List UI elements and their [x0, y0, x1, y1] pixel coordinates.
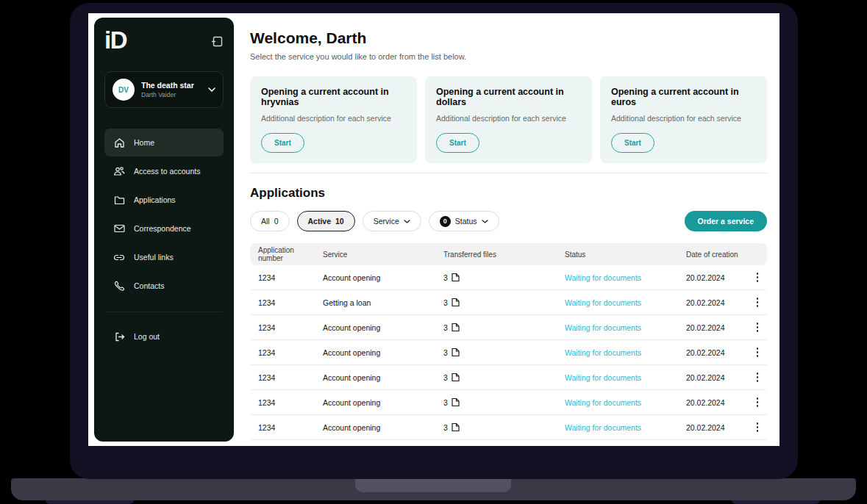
sidebar-item-label: Applications — [134, 195, 176, 204]
row-menu-kebab-icon[interactable] — [754, 345, 762, 360]
row-menu-kebab-icon[interactable] — [754, 420, 762, 435]
app-screen: iD DV The death star Darth Vaider — [88, 13, 779, 446]
laptop-foot-left — [46, 500, 134, 504]
applications-title: Applications — [250, 186, 767, 201]
folder-icon — [113, 194, 125, 206]
creation-date: 20.02.2024 — [678, 323, 749, 332]
column-header: Service — [315, 251, 435, 259]
sidebar-collapse-icon[interactable] — [211, 35, 224, 48]
sidebar-item-label: Correspondence — [134, 224, 191, 233]
status-badge: Waiting for documents — [557, 348, 678, 357]
files-count: 3 — [443, 323, 448, 332]
filter-status-dropdown[interactable]: 0 Status — [429, 211, 499, 231]
page-title: Welcome, Darth — [250, 29, 767, 47]
filter-all[interactable]: All 0 — [250, 211, 290, 231]
start-button[interactable]: Start — [261, 133, 304, 153]
row-menu-kebab-icon[interactable] — [754, 320, 762, 335]
table-row[interactable]: 1234 Getting a loan 3 Waiting for docume… — [250, 290, 767, 315]
service-card-description: Additional description for each service — [436, 114, 581, 123]
sidebar-item-label: Access to accounts — [134, 167, 200, 176]
service-name: Account opening — [315, 348, 435, 357]
file-icon — [452, 348, 460, 357]
files-count: 3 — [443, 373, 448, 382]
filter-service-dropdown[interactable]: Service — [363, 211, 421, 231]
table-body: 1234 Account opening 3 Waiting for docum… — [250, 265, 767, 446]
sidebar-item[interactable]: Access to accounts — [104, 157, 224, 185]
order-a-service-button[interactable]: Order a service — [685, 211, 767, 231]
service-card-title: Opening a current account in hryvnias — [261, 87, 406, 107]
avatar: DV — [113, 79, 135, 101]
section-divider — [250, 173, 767, 173]
chevron-down-icon — [404, 220, 410, 223]
table-row[interactable]: 1234 Account opening 3 Waiting for docum… — [250, 390, 767, 415]
mail-icon — [113, 223, 125, 234]
file-icon — [452, 298, 460, 307]
row-menu-kebab-icon[interactable] — [754, 444, 762, 446]
sidebar-item[interactable]: Correspondence — [104, 215, 224, 242]
file-icon — [452, 372, 460, 382]
service-card: Opening a current account in hryvnias Ad… — [250, 76, 417, 163]
application-number: 1234 — [250, 298, 315, 307]
start-button[interactable]: Start — [611, 133, 654, 153]
sidebar-item-label: Contacts — [134, 281, 164, 290]
table-row[interactable]: 1234 Account opening 3 Waiting for docum… — [250, 340, 767, 365]
logout-button[interactable]: Log out — [104, 324, 224, 349]
table-row[interactable]: 1234 Account opening 3 Waiting for docum… — [250, 440, 767, 446]
status-badge: Waiting for documents — [557, 373, 678, 382]
files-count: 3 — [443, 273, 448, 282]
main-content: Welcome, Darth Select the service you wo… — [250, 13, 767, 446]
column-header: Transferred files — [435, 251, 557, 259]
filter-all-count: 0 — [274, 217, 279, 226]
application-number: 1234 — [250, 423, 315, 432]
file-icon — [452, 397, 460, 407]
service-card: Opening a current account in euros Addit… — [600, 76, 767, 163]
filter-active[interactable]: Active 10 — [297, 211, 355, 231]
start-button[interactable]: Start — [436, 133, 479, 153]
table-row[interactable]: 1234 Account opening 3 Waiting for docum… — [250, 415, 767, 440]
column-header: Date of creation — [678, 251, 749, 259]
file-icon — [452, 422, 460, 432]
status-count-badge: 0 — [440, 216, 451, 227]
service-cards: Opening a current account in hryvnias Ad… — [250, 76, 767, 163]
service-card-title: Opening a current account in euros — [611, 87, 756, 107]
creation-date: 20.02.2024 — [678, 398, 749, 407]
sidebar-item[interactable]: Useful links — [104, 243, 224, 271]
sidebar-nav: Home Access to accounts Applications Cor… — [104, 129, 224, 300]
service-card: Opening a current account in dollars Add… — [425, 76, 592, 163]
row-menu-kebab-icon[interactable] — [754, 395, 762, 410]
app-logo: iD — [104, 28, 126, 52]
sidebar-divider — [106, 312, 222, 312]
creation-date: 20.02.2024 — [678, 273, 749, 282]
status-badge: Waiting for documents — [557, 323, 678, 332]
table-row[interactable]: 1234 Account opening 3 Waiting for docum… — [250, 315, 767, 340]
files-count: 3 — [443, 398, 448, 407]
sidebar-item[interactable]: Home — [104, 129, 224, 156]
logout-label: Log out — [134, 332, 160, 341]
account-name: The death star — [141, 81, 194, 90]
creation-date: 20.02.2024 — [678, 348, 749, 357]
sidebar-item[interactable]: Contacts — [104, 272, 224, 300]
sidebar-item-label: Home — [134, 138, 154, 147]
files-count: 3 — [443, 298, 448, 307]
table-row[interactable]: 1234 Account opening 3 Waiting for docum… — [250, 365, 767, 390]
row-menu-kebab-icon[interactable] — [754, 370, 762, 385]
account-subtitle: Darth Vaider — [141, 91, 194, 98]
logout-icon — [113, 331, 125, 342]
link-icon — [113, 251, 125, 263]
application-number: 1234 — [250, 323, 315, 332]
creation-date: 20.02.2024 — [678, 373, 749, 382]
chevron-down-icon — [482, 220, 488, 223]
creation-date: 20.02.2024 — [678, 423, 749, 432]
file-icon — [452, 323, 460, 332]
sidebar-item[interactable]: Applications — [104, 186, 224, 214]
page-subtitle: Select the service you would like to ord… — [250, 52, 767, 61]
service-name: Getting a loan — [315, 298, 435, 307]
column-header: Status — [557, 251, 678, 259]
table-row[interactable]: 1234 Account opening 3 Waiting for docum… — [250, 265, 767, 290]
account-switcher[interactable]: DV The death star Darth Vaider — [104, 71, 224, 108]
laptop-hinge-notch — [355, 478, 511, 492]
users-icon — [113, 165, 125, 177]
row-menu-kebab-icon[interactable] — [754, 295, 762, 310]
service-name: Account opening — [315, 273, 435, 282]
row-menu-kebab-icon[interactable] — [754, 270, 762, 285]
